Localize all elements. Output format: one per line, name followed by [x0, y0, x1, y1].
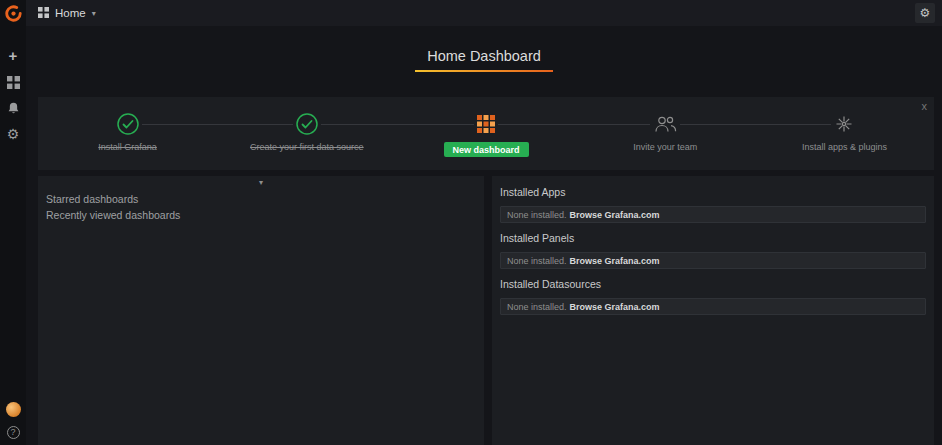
step-label: Invite your team [633, 142, 697, 152]
breadcrumb-label: Home [55, 7, 86, 19]
configuration-gear-icon[interactable]: ⚙ [5, 126, 21, 142]
empty-text: None installed. [507, 256, 567, 266]
browse-grafana-link[interactable]: Browse Grafana.com [570, 256, 660, 266]
page-title: Home Dashboard [415, 44, 553, 72]
user-avatar[interactable] [6, 402, 21, 417]
starred-dashboards-link[interactable]: Starred dashboards [46, 191, 476, 207]
section-title: Installed Panels [500, 232, 926, 244]
step-new-dashboard[interactable]: New dashboard [396, 97, 575, 170]
installed-datasources-section: Installed Datasources None installed. Br… [500, 278, 926, 315]
check-circle-icon [114, 113, 142, 135]
side-menu: + ⚙ ? [0, 0, 26, 445]
dashboards-grid-icon [38, 4, 49, 22]
step-label-wrap: Install apps & plugins [755, 142, 934, 152]
users-icon [650, 116, 680, 133]
breadcrumb[interactable]: Home ▾ [38, 0, 96, 26]
chevron-down-icon: ▾ [92, 9, 96, 18]
section-title: Installed Apps [500, 186, 926, 198]
step-invite-team[interactable]: Invite your team [576, 97, 755, 170]
browse-grafana-link[interactable]: Browse Grafana.com [570, 210, 660, 220]
empty-text: None installed. [507, 210, 567, 220]
side-menu-top: + ⚙ [0, 48, 26, 142]
check-circle-icon [293, 113, 321, 135]
step-label-wrap: Install Grafana [38, 142, 217, 152]
empty-text: None installed. [507, 302, 567, 312]
list-item[interactable]: None installed. Browse Grafana.com [500, 252, 926, 269]
recently-viewed-dashboards-link[interactable]: Recently viewed dashboards [46, 207, 476, 223]
top-navbar: Home ▾ ⚙ [0, 0, 942, 26]
dashboard-links: Starred dashboards Recently viewed dashb… [38, 189, 484, 225]
plugins-sparkle-icon [831, 114, 857, 134]
step-label: Install apps & plugins [802, 142, 887, 152]
installed-panels-section: Installed Panels None installed. Browse … [500, 232, 926, 269]
step-install-grafana[interactable]: Install Grafana [38, 97, 217, 170]
step-label-wrap: Invite your team [576, 142, 755, 152]
create-plus-icon[interactable]: + [5, 48, 21, 64]
new-dashboard-button[interactable]: New dashboard [444, 142, 529, 157]
grafana-logo[interactable] [0, 0, 26, 26]
side-menu-bottom: ? [0, 402, 26, 439]
step-label: Install Grafana [98, 142, 157, 152]
step-label-wrap: New dashboard [396, 142, 575, 157]
dashboards-list-panel: ▾ Starred dashboards Recently viewed das… [38, 176, 484, 445]
getting-started-steps: Install Grafana Create your first data s… [38, 97, 934, 170]
list-item[interactable]: None installed. Browse Grafana.com [500, 298, 926, 315]
step-install-plugins[interactable]: Install apps & plugins [755, 97, 934, 170]
section-title: Installed Datasources [500, 278, 926, 290]
step-label-wrap: Create your first data source [217, 142, 396, 152]
plugins-panel-body: Installed Apps None installed. Browse Gr… [492, 176, 934, 331]
dashboard-title-row: Home Dashboard [26, 44, 942, 72]
dashboard-settings-button[interactable]: ⚙ [915, 3, 935, 23]
step-label: Create your first data source [250, 142, 364, 152]
alerting-bell-icon[interactable] [5, 100, 21, 116]
browse-grafana-link[interactable]: Browse Grafana.com [570, 302, 660, 312]
grafana-home-page: Home ▾ ⚙ + ⚙ ? [0, 0, 942, 445]
installed-plugins-panel: Installed Apps None installed. Browse Gr… [492, 176, 934, 445]
dashboard-grid-orange-icon [474, 115, 498, 133]
dashboards-icon[interactable] [5, 74, 21, 90]
step-create-data-source[interactable]: Create your first data source [217, 97, 396, 170]
installed-apps-section: Installed Apps None installed. Browse Gr… [500, 186, 926, 223]
list-item[interactable]: None installed. Browse Grafana.com [500, 206, 926, 223]
panel-menu-chevron-icon[interactable]: ▾ [38, 176, 484, 189]
help-icon[interactable]: ? [7, 426, 20, 439]
getting-started-panel: x Install Grafana Create [38, 97, 934, 170]
